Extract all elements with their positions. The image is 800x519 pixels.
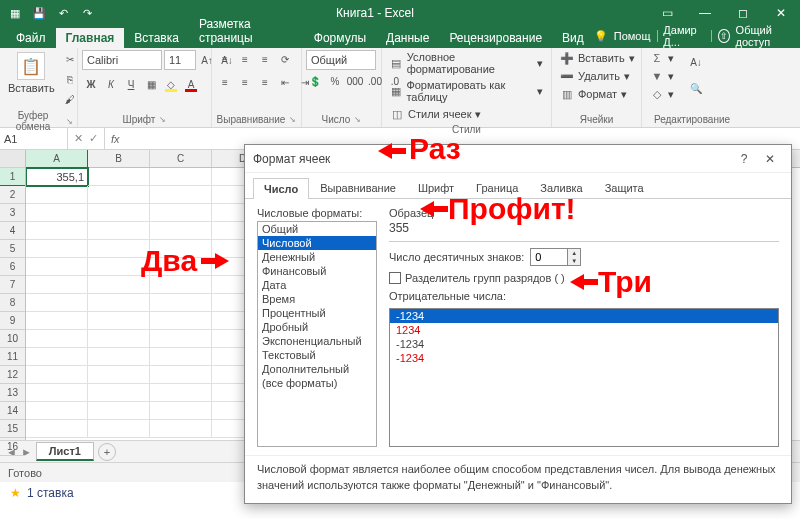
cell[interactable] xyxy=(26,276,88,294)
cell[interactable] xyxy=(26,294,88,312)
number-format-select[interactable]: Общий xyxy=(306,50,376,70)
cell[interactable] xyxy=(150,366,212,384)
category-item[interactable]: Дробный xyxy=(258,320,376,334)
undo-icon[interactable]: ↶ xyxy=(54,4,72,22)
format-painter-icon[interactable]: 🖌 xyxy=(61,90,79,108)
row-header[interactable]: 7 xyxy=(0,276,25,294)
cell[interactable] xyxy=(88,330,150,348)
category-item[interactable]: Экспоненциальный xyxy=(258,334,376,348)
select-all-corner[interactable] xyxy=(0,150,25,168)
fx-icon[interactable]: fx xyxy=(105,133,126,145)
spinner-down-icon[interactable]: ▼ xyxy=(568,257,580,265)
category-listbox[interactable]: Общий Числовой Денежный Финансовый Дата … xyxy=(257,221,377,447)
cell[interactable] xyxy=(26,222,88,240)
launcher-icon[interactable]: ↘ xyxy=(289,115,296,124)
category-item[interactable]: (все форматы) xyxy=(258,376,376,390)
cell[interactable] xyxy=(88,168,150,186)
tab-view[interactable]: Вид xyxy=(552,28,594,48)
cell[interactable] xyxy=(88,312,150,330)
cut-icon[interactable]: ✂ xyxy=(61,50,79,68)
share-icon[interactable]: ⇧ xyxy=(718,29,729,43)
category-item[interactable]: Денежный xyxy=(258,250,376,264)
cell[interactable] xyxy=(150,312,212,330)
tab-page-layout[interactable]: Разметка страницы xyxy=(189,14,304,48)
ribbon-options-icon[interactable]: ▭ xyxy=(648,0,686,26)
cell[interactable] xyxy=(88,186,150,204)
category-item[interactable]: Процентный xyxy=(258,306,376,320)
cell[interactable] xyxy=(150,384,212,402)
user-name[interactable]: Дамир Д... xyxy=(663,24,705,48)
row-header[interactable]: 10 xyxy=(0,330,25,348)
row-header[interactable]: 1 xyxy=(0,168,25,186)
category-item[interactable]: Числовой xyxy=(258,236,376,250)
comma-icon[interactable]: 000 xyxy=(346,72,364,90)
tab-insert[interactable]: Вставка xyxy=(124,28,189,48)
sheet-tab[interactable]: Лист1 xyxy=(36,442,94,461)
maximize-icon[interactable]: ◻ xyxy=(724,0,762,26)
paste-button[interactable]: 📋 Вставить xyxy=(4,50,59,96)
dialog-close-button[interactable]: ✕ xyxy=(757,152,783,166)
dialog-help-button[interactable]: ? xyxy=(731,152,757,166)
dlg-tab-border[interactable]: Граница xyxy=(465,177,529,198)
row-header[interactable]: 13 xyxy=(0,384,25,402)
category-item[interactable]: Финансовый xyxy=(258,264,376,278)
align-left-icon[interactable]: ≡ xyxy=(216,73,234,91)
tab-home[interactable]: Главная xyxy=(56,28,125,48)
cell-a1[interactable]: 355,1 xyxy=(26,168,88,186)
cell[interactable] xyxy=(150,348,212,366)
cell[interactable] xyxy=(26,348,88,366)
cell-styles-button[interactable]: ◫Стили ячеек ▾ xyxy=(386,106,547,122)
redo-icon[interactable]: ↷ xyxy=(78,4,96,22)
font-name-select[interactable]: Calibri xyxy=(82,50,162,70)
negative-item[interactable]: -1234 xyxy=(390,337,778,351)
fill-color-icon[interactable]: ◇ xyxy=(162,75,180,93)
italic-button[interactable]: К xyxy=(102,75,120,93)
negative-numbers-listbox[interactable]: -1234 1234 -1234 -1234 xyxy=(389,308,779,447)
cell[interactable] xyxy=(26,366,88,384)
cell[interactable] xyxy=(88,366,150,384)
cell[interactable] xyxy=(150,402,212,420)
underline-button[interactable]: Ч xyxy=(122,75,140,93)
col-header[interactable]: A xyxy=(26,150,88,167)
tell-me-icon[interactable]: 💡 xyxy=(594,30,608,43)
enter-formula-icon[interactable]: ✓ xyxy=(89,132,98,145)
category-item[interactable]: Дополнительный xyxy=(258,362,376,376)
find-select-icon[interactable]: 🔍 xyxy=(684,76,708,100)
cell[interactable] xyxy=(150,222,212,240)
cell[interactable] xyxy=(150,204,212,222)
cell[interactable] xyxy=(150,420,212,438)
cell[interactable] xyxy=(26,258,88,276)
tab-formulas[interactable]: Формулы xyxy=(304,28,376,48)
orientation-icon[interactable]: ⟳ xyxy=(276,50,294,68)
tab-file[interactable]: Файл xyxy=(6,28,56,48)
cell[interactable] xyxy=(150,186,212,204)
indent-decrease-icon[interactable]: ⇤ xyxy=(276,73,294,91)
format-as-table-button[interactable]: ▦Форматировать как таблицу ▾ xyxy=(386,78,547,104)
align-right-icon[interactable]: ≡ xyxy=(256,73,274,91)
launcher-icon[interactable]: ↘ xyxy=(159,115,166,124)
border-icon[interactable]: ▦ xyxy=(142,75,160,93)
add-sheet-button[interactable]: + xyxy=(98,443,116,461)
cell[interactable] xyxy=(88,348,150,366)
font-size-select[interactable]: 11 xyxy=(164,50,196,70)
font-color-icon[interactable]: A xyxy=(182,75,200,93)
row-header[interactable]: 15 xyxy=(0,420,25,438)
dialog-titlebar[interactable]: Формат ячеек ? ✕ xyxy=(245,145,791,173)
row-header[interactable]: 6 xyxy=(0,258,25,276)
save-icon[interactable]: 💾 xyxy=(30,4,48,22)
align-top-icon[interactable]: ≡ xyxy=(216,50,234,68)
decimals-input[interactable] xyxy=(531,249,567,265)
sort-filter-icon[interactable]: A↓ xyxy=(684,50,708,74)
col-header[interactable]: B xyxy=(88,150,150,167)
launcher-icon[interactable]: ↘ xyxy=(66,117,73,126)
cell[interactable] xyxy=(26,330,88,348)
category-item[interactable]: Текстовый xyxy=(258,348,376,362)
row-header[interactable]: 11 xyxy=(0,348,25,366)
dlg-tab-font[interactable]: Шрифт xyxy=(407,177,465,198)
category-item[interactable]: Дата xyxy=(258,278,376,292)
negative-item[interactable]: -1234 xyxy=(390,309,778,323)
dlg-tab-protection[interactable]: Защита xyxy=(594,177,655,198)
cell[interactable] xyxy=(88,276,150,294)
cell[interactable] xyxy=(26,240,88,258)
row-header[interactable]: 16 xyxy=(0,438,25,456)
